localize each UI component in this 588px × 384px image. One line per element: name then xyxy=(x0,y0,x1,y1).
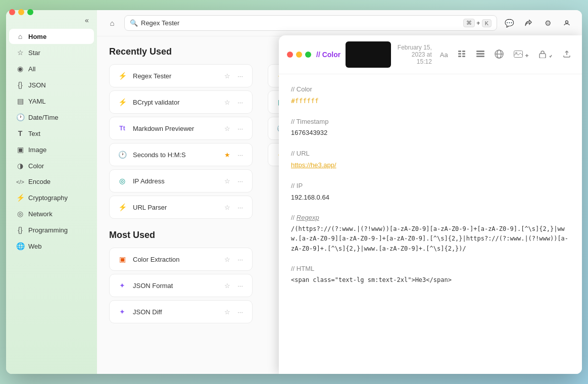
tool-icon-json-format: ✦ xyxy=(117,280,128,291)
star-button[interactable]: ☆ xyxy=(222,307,232,317)
tool-card-regex-tester[interactable]: ⚡ Regex Tester ☆ ··· xyxy=(109,64,253,87)
minimize-button[interactable] xyxy=(18,10,24,15)
list-view-button[interactable] xyxy=(455,49,469,61)
tool-icon-color: ▣ xyxy=(117,254,128,265)
network-icon: ◎ xyxy=(16,210,24,218)
svg-rect-6 xyxy=(462,56,465,57)
star-button[interactable]: ☆ xyxy=(222,281,232,291)
share-button[interactable] xyxy=(521,16,535,30)
maximize-button[interactable] xyxy=(27,10,33,15)
tool-card-json-format[interactable]: ✦ JSON Format ☆ ··· xyxy=(109,274,253,297)
star-button[interactable]: ☆ xyxy=(222,176,232,186)
overlay-body: // Color #ffffff // Timestamp 1676343932… xyxy=(279,74,582,374)
image-button[interactable] xyxy=(511,49,532,61)
color-comment: // Color xyxy=(291,84,570,95)
overlay-close-button[interactable] xyxy=(287,52,293,58)
grid-view-button[interactable] xyxy=(473,49,487,61)
ip-value: 192.168.0.64 xyxy=(291,193,570,203)
sidebar-item-encode[interactable]: </> Encode xyxy=(9,174,94,189)
svg-rect-8 xyxy=(476,53,484,55)
more-button[interactable]: ··· xyxy=(235,98,245,107)
tool-icon-url: ⚡ xyxy=(117,202,128,213)
tool-actions: ★ ··· xyxy=(222,150,245,160)
window-controls xyxy=(9,10,33,15)
user-button[interactable] xyxy=(560,16,574,30)
star-button[interactable]: ☆ xyxy=(222,255,232,264)
more-button[interactable]: ··· xyxy=(235,176,245,186)
more-button[interactable]: ··· xyxy=(235,307,245,317)
star-button[interactable]: ☆ xyxy=(222,71,232,81)
encode-icon: </> xyxy=(16,179,24,185)
tool-card-color-extraction[interactable]: ▣ Color Extraction ☆ ··· xyxy=(109,248,253,271)
sidebar-header: « xyxy=(6,16,97,28)
home-button[interactable]: ⌂ xyxy=(105,16,119,30)
sidebar-item-label: Star xyxy=(28,49,40,57)
overlay-title: // Color xyxy=(316,51,340,59)
tool-card-url-parser[interactable]: ⚡ URL Parser ☆ ··· xyxy=(109,196,253,219)
most-used-title: Most Used xyxy=(109,230,253,241)
more-button[interactable]: ··· xyxy=(235,281,245,291)
tool-name-ip: IP Address xyxy=(133,177,217,185)
sidebar-item-label: Encode xyxy=(28,178,51,185)
more-button[interactable]: ··· xyxy=(235,203,245,212)
collapse-icon[interactable]: « xyxy=(83,16,91,24)
html-section: // HTML <span class="text-lg sm:text-2xl… xyxy=(291,264,570,285)
lock-button[interactable] xyxy=(536,48,556,62)
more-button[interactable]: ··· xyxy=(235,150,245,160)
sidebar-item-yaml[interactable]: ▤ YAML xyxy=(9,93,94,109)
recently-used-grid: ⚡ Regex Tester ☆ ··· ⚡ BCrypt validator xyxy=(109,64,253,219)
sidebar-item-text[interactable]: T Text xyxy=(9,126,94,141)
tool-name-markdown: Markdown Previewer xyxy=(133,125,217,132)
tool-card-ip[interactable]: ◎ IP Address ☆ ··· xyxy=(109,169,253,193)
sidebar-item-label: All xyxy=(28,65,35,73)
star-button[interactable]: ★ xyxy=(222,150,232,160)
overlay-minimize-button[interactable] xyxy=(296,52,302,58)
sidebar-item-all[interactable]: ◉ All xyxy=(9,61,94,76)
tool-card-json-diff-most[interactable]: ✦ JSON Diff ☆ ··· xyxy=(109,300,253,323)
more-button[interactable]: ··· xyxy=(235,124,245,133)
tool-card-markdown[interactable]: Tt Markdown Previewer ☆ ··· xyxy=(109,117,253,140)
overlay-titlebar: // Color February 15, 2023 at 15:12 Aa xyxy=(279,35,582,74)
overlay-maximize-button[interactable] xyxy=(305,52,311,58)
sidebar-item-json[interactable]: {} JSON xyxy=(9,77,94,92)
url-value[interactable]: https://he3.app/ xyxy=(291,160,570,171)
sidebar-item-datetime[interactable]: 🕐 Date/Time xyxy=(9,110,94,125)
link-button[interactable] xyxy=(492,47,507,62)
recently-used-section: Recently Used ⚡ Regex Tester ☆ ··· ⚡ xyxy=(109,46,253,323)
sidebar-item-web[interactable]: 🌐 Web xyxy=(9,238,94,254)
timestamp-section: // Timestamp 1676343932 xyxy=(291,117,570,139)
search-shortcut: ⌘ + K xyxy=(463,19,492,27)
sidebar-item-cryptography[interactable]: ⚡ Cryptography xyxy=(9,190,94,205)
star-button[interactable]: ☆ xyxy=(222,124,232,133)
cryptography-icon: ⚡ xyxy=(16,194,24,202)
settings-button[interactable]: ⚙ xyxy=(541,16,555,30)
star-button[interactable]: ☆ xyxy=(222,203,232,212)
star-button[interactable]: ☆ xyxy=(222,98,232,107)
sidebar-item-programming[interactable]: {} Programming xyxy=(9,222,94,237)
search-bar[interactable]: 🔍 Regex Tester ⌘ + K xyxy=(124,15,497,31)
svg-rect-2 xyxy=(458,53,461,55)
overlay-panel: // Color February 15, 2023 at 15:12 Aa xyxy=(279,35,582,374)
sidebar-item-network[interactable]: ◎ Network xyxy=(9,206,94,221)
svg-rect-4 xyxy=(462,51,465,52)
tool-card-seconds-hms[interactable]: 🕐 Seconds to H:M:S ★ ··· xyxy=(109,143,253,166)
tool-name-url: URL Parser xyxy=(133,204,217,211)
more-button[interactable]: ··· xyxy=(235,255,245,264)
tool-actions: ☆ ··· xyxy=(222,307,245,317)
tool-actions: ☆ ··· xyxy=(222,203,245,212)
sidebar-item-home[interactable]: ⌂ Home xyxy=(9,29,94,44)
sidebar-item-label: JSON xyxy=(28,81,46,89)
comment-button[interactable]: 💬 xyxy=(502,16,516,30)
sidebar-item-color[interactable]: ◑ Color xyxy=(9,158,94,173)
timestamp-comment: // Timestamp xyxy=(291,117,570,127)
sidebar-item-star[interactable]: ☆ Star xyxy=(9,45,94,60)
regexp-section: // Regexp /(https?://(?:www.|(?!www))[a-… xyxy=(291,213,570,253)
sidebar-item-image[interactable]: ▣ Image xyxy=(9,142,94,157)
export-button[interactable] xyxy=(560,48,574,62)
more-button[interactable]: ··· xyxy=(235,71,245,81)
yaml-icon: ▤ xyxy=(16,97,24,105)
font-size-button[interactable]: Aa xyxy=(437,49,451,61)
tool-name-seconds: Seconds to H:M:S xyxy=(133,151,217,159)
tool-card-bcrypt-validator[interactable]: ⚡ BCrypt validator ☆ ··· xyxy=(109,90,253,114)
close-button[interactable] xyxy=(9,10,15,15)
